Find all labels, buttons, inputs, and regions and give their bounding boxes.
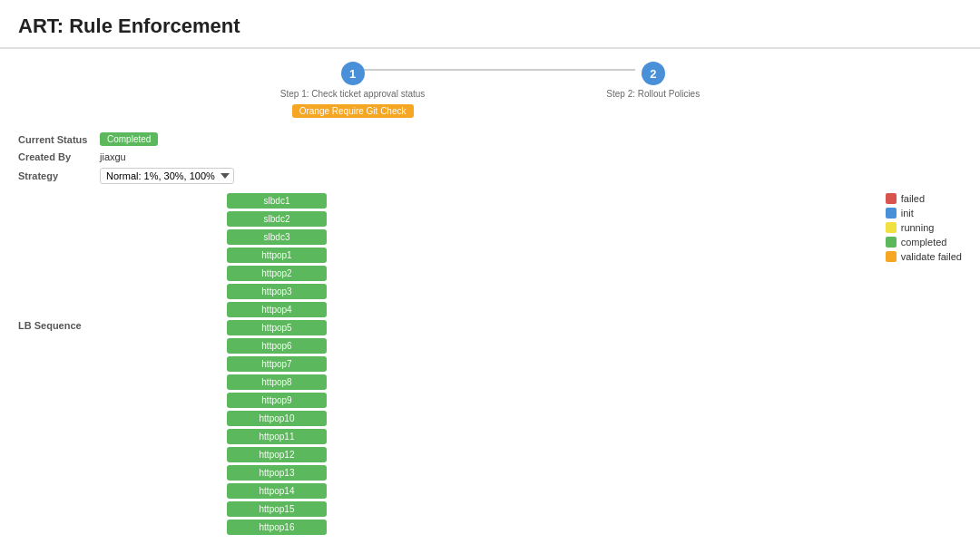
step-1-label: Step 1: Check ticket approval status xyxy=(280,89,426,99)
legend-label: completed xyxy=(901,237,947,248)
legend-item: completed xyxy=(886,237,962,248)
legend-item: running xyxy=(886,222,962,233)
sequence-item: httpop5 xyxy=(227,320,327,335)
sequence-item: httpop12 xyxy=(227,447,327,462)
legend-color-box xyxy=(886,193,897,204)
created-by-row: Created By jiaxgu xyxy=(18,151,962,162)
sequence-item: httpop4 xyxy=(227,302,327,317)
sequence-item: slbdc3 xyxy=(227,229,327,245)
lb-sequence-label: LB Sequence xyxy=(18,193,100,535)
legend-item: validate failed xyxy=(886,251,962,262)
current-status-label: Current Status xyxy=(18,134,100,145)
created-by-label: Created By xyxy=(18,151,100,162)
sequence-grid: slbdc1slbdc2slbdc3httpop1httpop2httpop3h… xyxy=(227,193,962,535)
step-1-circle: 1 xyxy=(341,62,365,85)
sequence-item: httpop16 xyxy=(227,520,327,535)
sequence-item: httpop8 xyxy=(227,374,327,390)
sequence-item: httpop6 xyxy=(227,338,327,354)
step-2-label: Step 2: Rollout Policies xyxy=(606,89,700,99)
sequence-item: httpop14 xyxy=(227,483,327,499)
sequence-item: httpop10 xyxy=(227,411,327,426)
step-1-badge: Orange Require Git Check xyxy=(292,104,414,118)
strategy-row: Strategy Normal: 1%, 30%, 100% xyxy=(18,168,962,184)
current-status-row: Current Status Completed xyxy=(18,132,962,146)
status-badge: Completed xyxy=(100,132,158,146)
legend-color-box xyxy=(886,251,897,262)
sequence-item: httpop7 xyxy=(227,356,327,372)
sequence-item: httpop2 xyxy=(227,266,327,281)
sequence-item: httpop15 xyxy=(227,501,327,517)
legend-label: init xyxy=(901,208,914,219)
legend-color-box xyxy=(886,208,897,219)
page-title: ART: Rule Enforcement xyxy=(18,15,962,38)
page-header: ART: Rule Enforcement xyxy=(0,0,980,49)
sequence-item: httpop13 xyxy=(227,465,327,481)
strategy-label: Strategy xyxy=(18,170,100,181)
sequence-item: httpop11 xyxy=(227,429,327,444)
step-1: 1 Step 1: Check ticket approval status O… xyxy=(280,62,426,118)
sequence-item: slbdc1 xyxy=(227,193,327,209)
stepper: 1 Step 1: Check ticket approval status O… xyxy=(0,49,980,123)
legend-item: init xyxy=(886,208,962,219)
legend-color-box xyxy=(886,222,897,233)
legend: failedinitrunningcompletedvalidate faile… xyxy=(886,193,962,262)
legend-item: failed xyxy=(886,193,962,204)
body-area: LB Sequence slbdc1slbdc2slbdc3httpop1htt… xyxy=(18,193,962,535)
sequence-item: httpop1 xyxy=(227,248,327,263)
created-by-value: jiaxgu xyxy=(100,151,126,162)
sequence-item: slbdc2 xyxy=(227,211,327,227)
sequence-item: httpop9 xyxy=(227,393,327,408)
legend-label: running xyxy=(901,222,935,233)
step-2: 2 Step 2: Rollout Policies xyxy=(606,62,700,99)
step-2-circle: 2 xyxy=(642,62,665,85)
legend-color-box xyxy=(886,237,897,248)
main-content: Current Status Completed Created By jiax… xyxy=(0,123,980,544)
sequence-container: slbdc1slbdc2slbdc3httpop1httpop2httpop3h… xyxy=(100,193,962,535)
legend-label: failed xyxy=(901,193,925,204)
legend-label: validate failed xyxy=(901,251,962,262)
sequence-item: httpop3 xyxy=(227,284,327,299)
strategy-select[interactable]: Normal: 1%, 30%, 100% xyxy=(100,168,234,184)
